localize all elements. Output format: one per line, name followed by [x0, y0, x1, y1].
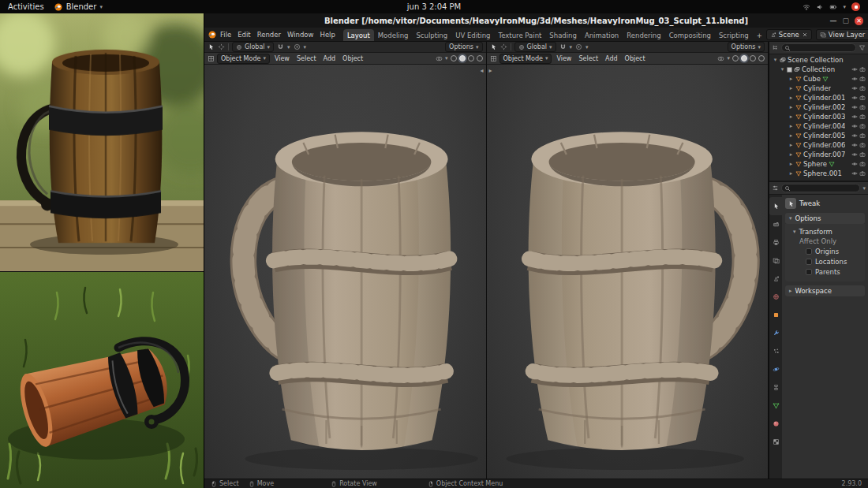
- expand-icon[interactable]: ▸: [788, 76, 794, 82]
- shading-solid-icon[interactable]: [459, 55, 466, 61]
- snap-magnet-icon[interactable]: [559, 43, 567, 50]
- outliner-row-object[interactable]: ▸ Cylinder.004: [769, 121, 868, 131]
- disable-render-icon[interactable]: [859, 66, 866, 73]
- tab-uv-editing[interactable]: UV Editing: [451, 29, 494, 41]
- proportional-editing-icon[interactable]: [575, 43, 582, 50]
- properties-search-input[interactable]: [781, 184, 860, 192]
- menu-add[interactable]: Add: [603, 54, 620, 63]
- hide-eye-icon[interactable]: [851, 170, 858, 177]
- editor-type-icon[interactable]: [208, 55, 215, 62]
- active-tool-icon[interactable]: [208, 43, 215, 50]
- origins-checkbox[interactable]: [806, 248, 812, 255]
- outliner-row-object[interactable]: ▸ Cylinder.003: [769, 112, 868, 121]
- hide-eye-icon[interactable]: [851, 132, 858, 139]
- tab-modeling[interactable]: Modeling: [374, 29, 413, 41]
- disable-render-icon[interactable]: [859, 104, 866, 110]
- checkbox-row-origins[interactable]: Origins: [785, 246, 865, 256]
- disable-render-icon[interactable]: [859, 170, 866, 177]
- shading-wireframe-icon[interactable]: [451, 55, 457, 61]
- cursor-tool-icon[interactable]: [218, 43, 225, 50]
- active-tool-row[interactable]: Tweak: [785, 198, 865, 209]
- disable-render-icon[interactable]: [859, 85, 866, 91]
- volume-icon[interactable]: [816, 3, 824, 11]
- tab-output-icon[interactable]: [769, 233, 782, 251]
- tab-shading[interactable]: Shading: [545, 29, 581, 41]
- filter-icon[interactable]: [859, 44, 866, 51]
- maximize-button[interactable]: ▢: [842, 17, 849, 24]
- snap-magnet-icon[interactable]: [277, 43, 284, 50]
- outliner-row-object[interactable]: ▸ Cylinder.007: [769, 150, 868, 159]
- outliner-row-object[interactable]: ▸ Cylinder.005: [769, 131, 868, 140]
- recording-indicator-icon[interactable]: [851, 2, 860, 11]
- proportional-editing-icon[interactable]: [294, 43, 301, 50]
- menu-add[interactable]: Add: [321, 54, 339, 63]
- battery-icon[interactable]: [829, 3, 837, 11]
- shading-rendered-icon[interactable]: [758, 55, 765, 61]
- expand-icon[interactable]: ▸: [788, 114, 794, 120]
- menu-object[interactable]: Object: [340, 54, 365, 63]
- tab-texture-paint[interactable]: Texture Paint: [495, 29, 546, 41]
- menu-view[interactable]: View: [554, 54, 574, 63]
- hide-eye-icon[interactable]: [851, 123, 858, 129]
- expand-icon[interactable]: ▸: [788, 104, 794, 110]
- tab-sculpting[interactable]: Sculpting: [412, 29, 451, 41]
- tab-animation[interactable]: Animation: [581, 29, 623, 41]
- viewport-canvas-left[interactable]: ◂: [204, 65, 486, 479]
- shading-material-icon[interactable]: [468, 55, 474, 61]
- outliner-row-object[interactable]: ▸ Cylinder.002: [769, 102, 868, 112]
- overlays-icon[interactable]: [717, 55, 724, 62]
- overlays-icon[interactable]: [436, 55, 443, 62]
- expand-icon[interactable]: ▸: [788, 132, 794, 139]
- tab-physics-icon[interactable]: [769, 360, 782, 378]
- outliner-row-object[interactable]: ▸ Cube: [769, 74, 868, 84]
- scene-selector[interactable]: Scene: [766, 29, 812, 40]
- mode-dropdown[interactable]: Object Mode ▾: [217, 54, 270, 64]
- tab-scripting[interactable]: Scripting: [715, 29, 753, 41]
- disable-render-icon[interactable]: [859, 132, 866, 139]
- workspace-panel-header[interactable]: ▸ Workspace: [785, 285, 865, 296]
- view-layer-selector[interactable]: View Layer: [816, 29, 868, 40]
- cursor-tool-icon[interactable]: [500, 43, 507, 50]
- expand-icon[interactable]: ▸: [788, 170, 794, 177]
- expand-icon[interactable]: ▸: [788, 85, 794, 91]
- hide-eye-icon[interactable]: [851, 142, 858, 148]
- outliner-row-object[interactable]: ▸ Cylinder: [769, 84, 868, 93]
- expand-icon[interactable]: ▾: [780, 66, 785, 73]
- outliner-row-scene-collection[interactable]: ▾ Scene Collection: [769, 55, 868, 65]
- editor-type-icon[interactable]: [490, 55, 497, 62]
- tab-scene-icon[interactable]: [769, 270, 782, 288]
- mode-dropdown[interactable]: Object Mode ▾: [499, 54, 552, 64]
- tab-object-data-icon[interactable]: [769, 397, 782, 415]
- checkbox-row-locations[interactable]: Locations: [785, 256, 865, 266]
- tab-rendering[interactable]: Rendering: [623, 29, 664, 41]
- outliner-row-object[interactable]: ▸ Cylinder.001: [769, 93, 868, 102]
- tab-modifiers-icon[interactable]: [769, 324, 782, 342]
- menu-render[interactable]: Render: [254, 29, 284, 40]
- sidebar-collapse-arrow-icon[interactable]: ◂: [480, 67, 483, 74]
- hide-eye-icon[interactable]: [851, 104, 858, 110]
- hide-eye-icon[interactable]: [851, 76, 858, 82]
- menu-select[interactable]: Select: [576, 54, 600, 63]
- transform-subpanel-header[interactable]: ▾ Transform: [785, 226, 865, 237]
- properties-editor-type-icon[interactable]: [772, 184, 779, 192]
- tab-layout[interactable]: Layout: [343, 29, 374, 41]
- shading-wireframe-icon[interactable]: [732, 55, 739, 61]
- active-tool-icon[interactable]: [490, 43, 497, 50]
- hide-eye-icon[interactable]: [851, 161, 858, 167]
- hide-eye-icon[interactable]: [851, 114, 858, 120]
- sidebar-collapse-arrow-icon[interactable]: ▸: [489, 67, 492, 74]
- disable-render-icon[interactable]: [859, 114, 866, 120]
- tab-particles-icon[interactable]: [769, 342, 782, 360]
- shading-material-icon[interactable]: [750, 55, 756, 61]
- app-menu-button[interactable]: Blender ▾: [54, 2, 103, 12]
- tab-world-icon[interactable]: [769, 288, 782, 306]
- menu-edit[interactable]: Edit: [234, 29, 253, 40]
- tab-constraints-icon[interactable]: [769, 378, 782, 397]
- close-button[interactable]: ✕: [855, 17, 863, 25]
- menu-help[interactable]: Help: [316, 29, 338, 40]
- outliner-row-object[interactable]: ▸ Sphere.001: [769, 169, 868, 178]
- outliner-search-input[interactable]: [781, 43, 856, 52]
- options-dropdown[interactable]: Options ▾: [445, 42, 482, 52]
- locations-checkbox[interactable]: [806, 259, 812, 265]
- expand-icon[interactable]: ▾: [773, 57, 778, 63]
